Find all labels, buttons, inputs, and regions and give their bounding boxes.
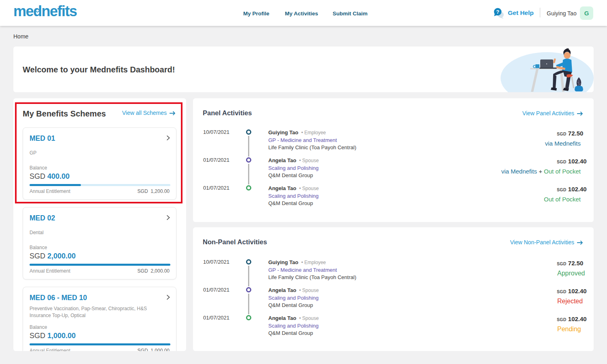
svg-text:?: ? — [496, 9, 499, 15]
